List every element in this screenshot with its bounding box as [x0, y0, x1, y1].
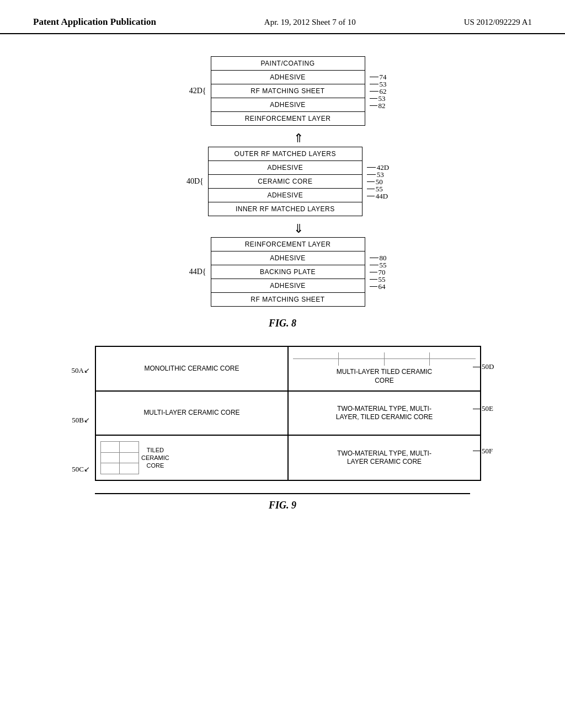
layer-paint-coating: PAINT/COATING: [211, 57, 365, 71]
ref-53c: 53: [367, 171, 389, 178]
layer-adhesive-4: ADHESIVE: [209, 189, 362, 202]
ref-50f: 50F: [473, 430, 503, 472]
ref-44d: 44D: [367, 192, 389, 200]
ref-74: 74: [370, 73, 387, 81]
refs-40d: 42D 53 50 55 44D: [367, 164, 389, 200]
refs-44d: 80 55 70 55 64: [370, 254, 387, 290]
ts-5: [101, 463, 120, 474]
cell-50d-inner: MULTI-LAYER TILED CERAMICCORE: [293, 352, 476, 385]
ref-55c: 55: [370, 276, 387, 283]
ref-50: 50: [367, 178, 389, 185]
tile-2: [339, 352, 385, 359]
ref-50e: 50E: [473, 388, 503, 430]
layer-reinforcement-1: REINFORCEMENT LAYER: [211, 112, 365, 125]
layer-backing-plate: BACKING PLATE: [211, 265, 365, 279]
cell-50e: TWO-MATERIAL TYPE, MULTI-LAYER, TILED CE…: [288, 391, 481, 435]
label-50b: 50B↙: [62, 395, 92, 445]
fig9-caption: FIG. 9: [33, 500, 532, 511]
tile-1: [293, 352, 339, 359]
ref-42d: 42D: [367, 164, 389, 171]
tiled-small-grid: [100, 441, 139, 474]
refs-42d: 74 53 62 53 82: [370, 73, 387, 109]
layer-group-40d: 40D{ OUTER RF MATCHED LAYERS ADHESIVE CE…: [176, 147, 389, 216]
ref-50d: 50D: [473, 346, 503, 388]
bottom-line: [95, 493, 470, 494]
main-content: 42D{ PAINT/COATING ADHESIVE RF MATCHING …: [0, 34, 565, 533]
cell-50b: MULTI-LAYER CERAMIC CORE: [95, 391, 288, 435]
tile-8: [430, 359, 476, 366]
layer-rf-matching-sheet-2: RF MATCHING SHEET: [211, 293, 365, 306]
bottom-brace: [95, 481, 470, 494]
tile-3: [385, 352, 430, 359]
tile-6: [339, 359, 385, 366]
cell-50f: TWO-MATERIAL TYPE, MULTI-LAYER CERAMIC C…: [288, 435, 481, 480]
layer-outer-rf: OUTER RF MATCHED LAYERS: [209, 147, 362, 161]
date-sheet-label: Apr. 19, 2012 Sheet 7 of 10: [264, 18, 356, 27]
ts-1: [101, 442, 120, 452]
ref-55b: 55: [370, 261, 387, 269]
arrow-down: ⇓: [294, 222, 303, 236]
label-monolithic: MONOLITHIC CERAMIC CORE: [144, 365, 239, 373]
publication-label: Patent Application Publication: [33, 17, 156, 28]
fig8-caption: FIG. 8: [269, 318, 296, 329]
ref-82: 82: [370, 102, 387, 109]
ref-70: 70: [370, 269, 387, 276]
stack-44d: REINFORCEMENT LAYER ADHESIVE BACKING PLA…: [211, 237, 365, 307]
stack-40d: OUTER RF MATCHED LAYERS ADHESIVE CERAMIC…: [208, 147, 363, 216]
layer-adhesive-3: ADHESIVE: [209, 161, 362, 175]
tile-4: [430, 352, 476, 359]
fig9-wrapper: 50A↙ 50B↙ 50C↙ MONOLITHIC CERAMIC CORE: [62, 346, 503, 494]
layer-adhesive-6: ADHESIVE: [211, 279, 365, 293]
tile-grid-50d: [293, 352, 476, 366]
ref-55a: 55: [367, 185, 389, 192]
fig9-left-labels: 50A↙ 50B↙ 50C↙: [62, 346, 92, 494]
cell-50d: MULTI-LAYER TILED CERAMICCORE: [288, 346, 481, 391]
layer-group-42d: 42D{ PAINT/COATING ADHESIVE RF MATCHING …: [179, 56, 387, 126]
layer-adhesive-1: ADHESIVE: [211, 71, 365, 84]
label-50c: 50C↙: [62, 445, 92, 494]
cell-50a: MONOLITHIC CERAMIC CORE: [95, 346, 288, 391]
ref-53a: 53: [370, 81, 387, 88]
brace-42d: 42D{: [179, 87, 206, 95]
tile-5: [293, 359, 339, 366]
ref-80: 80: [370, 254, 387, 261]
tiled-small-50c: TILEDCERAMICCORE: [100, 441, 283, 474]
stack-42d: PAINT/COATING ADHESIVE RF MATCHING SHEET…: [211, 56, 365, 126]
brace-44d: 44D{: [179, 267, 206, 276]
cell-50c: TILEDCERAMICCORE: [95, 435, 288, 480]
layer-group-44d: 44D{ REINFORCEMENT LAYER ADHESIVE BACKIN…: [179, 237, 387, 307]
ref-64: 64: [370, 283, 387, 290]
ts-3: [101, 453, 120, 463]
layer-ceramic-core: CERAMIC CORE: [209, 175, 362, 189]
ref-62: 62: [370, 88, 387, 95]
label-50a: 50A↙: [62, 346, 92, 395]
ts-2: [120, 442, 138, 452]
tile-7: [385, 359, 430, 366]
layer-reinforcement-2: REINFORCEMENT LAYER: [211, 238, 365, 251]
layer-inner-rf: INNER RF MATCHED LAYERS: [209, 202, 362, 216]
label-multi-tiled: MULTI-LAYER TILED CERAMICCORE: [337, 368, 432, 385]
cell-50c-inner: TILEDCERAMICCORE: [100, 441, 283, 474]
ts-4: [120, 453, 138, 463]
ts-6: [120, 463, 138, 474]
layer-rf-matching-sheet-1: RF MATCHING SHEET: [211, 84, 365, 98]
layer-adhesive-5: ADHESIVE: [211, 251, 365, 265]
fig9-grid: MONOLITHIC CERAMIC CORE: [95, 346, 481, 481]
label-two-material-tiled: TWO-MATERIAL TYPE, MULTI-LAYER, TILED CE…: [336, 405, 433, 422]
ref-53b: 53: [370, 95, 387, 102]
fig9-diagram: 50A↙ 50B↙ 50C↙ MONOLITHIC CERAMIC CORE: [33, 346, 532, 511]
fig8-diagram: 42D{ PAINT/COATING ADHESIVE RF MATCHING …: [33, 56, 532, 329]
label-tiled: TILEDCERAMICCORE: [139, 441, 169, 474]
arrow-up: ⇑: [294, 131, 303, 146]
layer-adhesive-2: ADHESIVE: [211, 98, 365, 112]
fig9-right-labels: 50D 50E 50F: [473, 346, 503, 472]
label-two-material: TWO-MATERIAL TYPE, MULTI-LAYER CERAMIC C…: [337, 449, 431, 467]
page-header: Patent Application Publication Apr. 19, …: [0, 0, 565, 34]
label-multi-layer: MULTI-LAYER CERAMIC CORE: [143, 409, 239, 417]
brace-40d: 40D{: [176, 177, 204, 186]
patent-number-label: US 2012/092229 A1: [464, 18, 532, 27]
fig9-grid-container: MONOLITHIC CERAMIC CORE: [95, 346, 470, 494]
